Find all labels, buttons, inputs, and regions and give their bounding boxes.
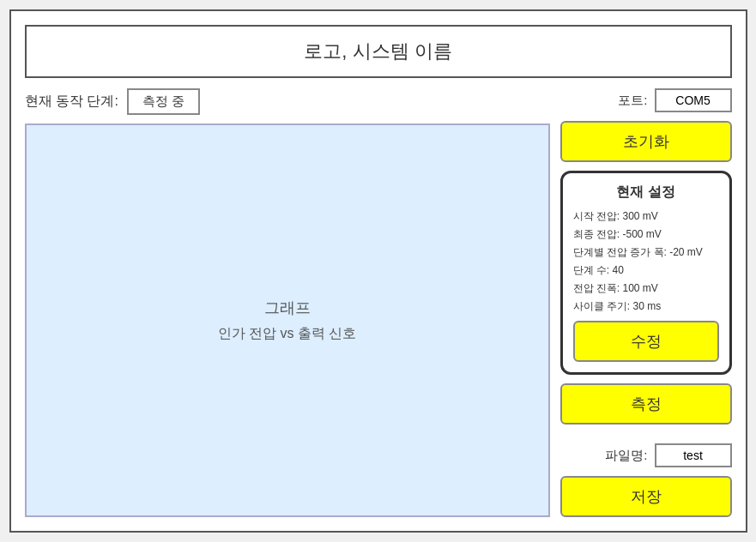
- port-input[interactable]: [655, 88, 732, 112]
- filename-row: 파일명:: [560, 443, 732, 467]
- init-button[interactable]: 초기화: [560, 121, 732, 162]
- settings-item: 전압 진폭: 100 mV: [573, 280, 719, 296]
- graph-area: 그래프 인가 전압 vs 출력 신호: [25, 123, 550, 517]
- settings-item: 최종 전압: -500 mV: [573, 226, 719, 242]
- left-panel: 현재 동작 단계: 측정 중 그래프 인가 전압 vs 출력 신호: [25, 88, 550, 517]
- content-area: 현재 동작 단계: 측정 중 그래프 인가 전압 vs 출력 신호 포트: 초기…: [25, 88, 732, 517]
- graph-title: 그래프: [264, 298, 311, 318]
- graph-subtitle: 인가 전압 vs 출력 신호: [218, 325, 357, 343]
- modify-button[interactable]: 수정: [573, 321, 719, 362]
- settings-item: 사이클 주기: 30 ms: [573, 298, 719, 314]
- status-value: 측정 중: [142, 93, 184, 108]
- settings-items: 시작 전압: 300 mV최종 전압: -500 mV단계별 전압 증가 폭: …: [573, 208, 719, 314]
- measure-button[interactable]: 측정: [560, 383, 732, 425]
- port-row: 포트:: [560, 88, 732, 112]
- logo-text: 로고, 시스템 이름: [304, 40, 451, 62]
- status-row: 현재 동작 단계: 측정 중: [25, 88, 550, 115]
- right-panel: 포트: 초기화 현재 설정 시작 전압: 300 mV최종 전압: -500 m…: [560, 88, 732, 517]
- port-label: 포트:: [618, 93, 647, 109]
- filename-input[interactable]: [655, 443, 732, 467]
- spacer: [560, 433, 732, 435]
- status-value-box: 측정 중: [127, 88, 200, 115]
- settings-box: 현재 설정 시작 전압: 300 mV최종 전압: -500 mV단계별 전압 …: [560, 171, 732, 375]
- settings-item: 시작 전압: 300 mV: [573, 208, 719, 224]
- save-button[interactable]: 저장: [560, 476, 732, 517]
- status-label: 현재 동작 단계:: [25, 93, 118, 111]
- filename-label: 파일명:: [605, 448, 647, 464]
- logo-area: 로고, 시스템 이름: [25, 25, 732, 78]
- settings-item: 단계 수: 40: [573, 262, 719, 278]
- main-container: 로고, 시스템 이름 현재 동작 단계: 측정 중 그래프 인가 전압 vs 출…: [9, 9, 747, 533]
- settings-item: 단계별 전압 증가 폭: -20 mV: [573, 244, 719, 260]
- settings-title: 현재 설정: [573, 184, 719, 202]
